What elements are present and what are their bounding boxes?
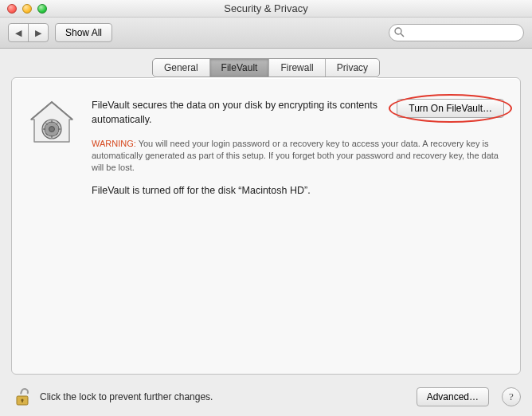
back-button[interactable]: ◀ xyxy=(9,24,28,41)
body-area: FileVault secures the data on your disk … xyxy=(0,49,532,381)
lock-button[interactable] xyxy=(11,386,33,408)
preferences-window: Security & Privacy ◀ ▶ Show All xyxy=(0,0,532,416)
toolbar: ◀ ▶ Show All xyxy=(0,18,532,49)
lock-hint-text: Click the lock to prevent further change… xyxy=(40,391,213,402)
tabs: General FileVault Firewall Privacy xyxy=(11,58,521,77)
nav-segment: ◀ ▶ xyxy=(8,23,49,42)
filevault-description: FileVault secures the data on your disk … xyxy=(92,99,384,127)
traffic-lights xyxy=(0,4,47,14)
turn-on-filevault-label: Turn On FileVault… xyxy=(409,103,492,114)
panel-wrap: FileVault secures the data on your disk … xyxy=(11,68,521,375)
advanced-label: Advanced… xyxy=(427,391,479,402)
chevron-right-icon: ▶ xyxy=(35,28,41,38)
search-icon xyxy=(394,27,405,40)
search-field-wrap xyxy=(389,24,524,41)
window-title: Security & Privacy xyxy=(0,2,532,14)
zoom-window-button[interactable] xyxy=(37,4,47,14)
search-input[interactable] xyxy=(389,24,524,41)
filevault-top-row: FileVault secures the data on your disk … xyxy=(92,99,504,127)
filevault-icon xyxy=(28,99,76,145)
filevault-text-block: FileVault secures the data on your disk … xyxy=(92,99,504,196)
svg-point-0 xyxy=(395,28,401,34)
panel-content: FileVault secures the data on your disk … xyxy=(12,78,520,212)
footer: Click the lock to prevent further change… xyxy=(0,381,532,416)
warning-label: WARNING: xyxy=(92,139,136,148)
tab-privacy[interactable]: Privacy xyxy=(325,59,379,77)
turn-on-filevault-button[interactable]: Turn On FileVault… xyxy=(397,99,504,118)
warning-text: You will need your login password or a r… xyxy=(92,139,499,172)
advanced-button[interactable]: Advanced… xyxy=(417,387,489,406)
tab-segment: General FileVault Firewall Privacy xyxy=(152,58,380,77)
tab-general[interactable]: General xyxy=(153,59,209,77)
minimize-window-button[interactable] xyxy=(22,4,32,14)
turn-on-filevault-wrap: Turn On FileVault… xyxy=(397,99,504,118)
tab-filevault[interactable]: FileVault xyxy=(209,59,269,77)
content-panel: FileVault secures the data on your disk … xyxy=(11,77,521,375)
filevault-warning: WARNING: You will need your login passwo… xyxy=(92,138,504,174)
show-all-label: Show All xyxy=(65,27,102,38)
tab-firewall[interactable]: Firewall xyxy=(268,59,324,77)
svg-rect-16 xyxy=(22,400,23,402)
svg-point-5 xyxy=(49,127,55,132)
forward-button[interactable]: ▶ xyxy=(28,24,48,41)
help-icon: ? xyxy=(509,390,514,403)
unlocked-lock-icon xyxy=(12,387,33,407)
titlebar: Security & Privacy xyxy=(0,0,532,18)
svg-line-1 xyxy=(401,33,404,37)
close-window-button[interactable] xyxy=(7,4,17,14)
show-all-button[interactable]: Show All xyxy=(55,23,112,42)
help-button[interactable]: ? xyxy=(502,387,521,406)
chevron-left-icon: ◀ xyxy=(15,28,22,38)
filevault-status: FileVault is turned off for the disk “Ma… xyxy=(92,185,504,196)
